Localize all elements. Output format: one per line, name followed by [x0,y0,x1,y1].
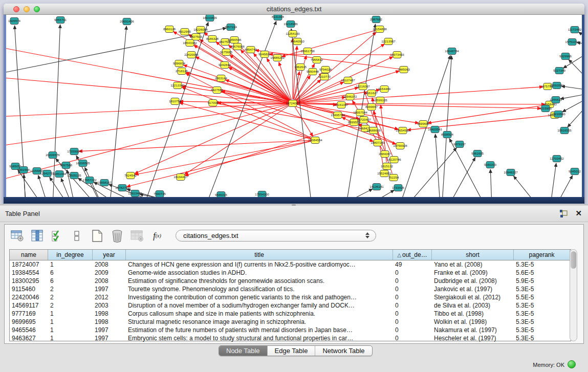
paper-node[interactable]: 10916555 [557,127,572,134]
tab-node-table[interactable]: Node Table [219,346,268,356]
paper-node[interactable]: 11254193 [286,31,300,37]
paper-node[interactable]: 9154469 [378,86,391,93]
paper-node[interactable]: 19218986 [284,21,298,28]
paper-node[interactable]: 8215955 [539,105,552,112]
paper-node[interactable]: 9227349 [553,68,566,74]
paper-node[interactable]: 8186328 [206,36,219,42]
paper-node[interactable]: 2087682 [370,16,383,23]
table-selector-dropdown[interactable]: citations_edges.txt [176,230,376,242]
table-scrollbar-thumb[interactable] [571,251,576,269]
paper-node[interactable]: 8131304 [272,15,285,20]
citation-edge[interactable] [514,176,549,197]
column-header-short[interactable]: short [432,250,514,260]
paper-node[interactable]: 10946227 [504,169,518,176]
table-row[interactable]: 2242004622012Investigating the contribut… [10,293,571,301]
column-header-out_degree[interactable]: △out_de… [393,250,432,260]
paper-node[interactable]: 9097588 [60,162,73,169]
paper-node[interactable]: 9361605 [471,150,484,157]
network-window[interactable]: citations_edges.txt 18724007896012889129… [4,4,584,204]
table-row[interactable]: 1938455462009Genome-wide association stu… [10,269,571,277]
paper-node[interactable]: 8938924 [441,132,454,138]
paper-node[interactable]: 16961758 [300,48,315,55]
paper-node[interactable]: 9699695 [417,121,430,127]
paper-node[interactable]: 2684067 [379,151,391,158]
paper-node[interactable]: 9210773 [318,74,331,80]
paper-node[interactable]: 1615132 [381,163,394,170]
paper-node[interactable]: 9160203 [484,162,497,168]
paper-node[interactable]: 9245012 [569,168,581,175]
citation-edge[interactable] [297,87,543,103]
citation-edge[interactable] [560,92,582,99]
citation-edge[interactable] [225,80,396,144]
paper-node[interactable]: 6879197 [453,141,466,148]
delete-table-icon[interactable] [110,228,125,244]
float-panel-icon[interactable] [559,209,568,218]
paper-node[interactable]: 9055741 [54,17,67,24]
table-row[interactable]: 1872400712008Changes of HCN gene express… [10,260,571,269]
citation-edge[interactable] [194,46,289,101]
column-header-year[interactable]: year [93,250,126,260]
paper-node[interactable]: 15885209 [270,55,285,61]
paper-node[interactable]: 8912955 [179,29,191,35]
paper-node[interactable]: 16033809 [203,15,217,21]
citation-edge[interactable] [490,169,492,197]
citation-edge[interactable] [561,86,582,92]
table-row[interactable]: 911546021997Tourette syndrome. Phenomeno… [10,285,571,293]
tab-edge-table[interactable]: Edge Table [268,346,316,356]
paper-node[interactable]: 2803144 [215,75,228,82]
paper-node[interactable]: 16403543 [428,126,442,133]
paper-node[interactable]: 20206576 [46,152,60,159]
network-window-titlebar[interactable]: citations_edges.txt [4,4,584,15]
citation-edge[interactable] [395,148,456,197]
citation-edge[interactable] [435,134,441,197]
paper-node[interactable]: 9391594 [17,167,30,173]
paper-node[interactable]: 16648784 [445,48,459,55]
citation-edge[interactable] [38,176,52,197]
citation-edge[interactable] [344,190,394,197]
paper-node[interactable]: 7624542 [124,172,137,179]
paper-node[interactable]: 19384554 [308,137,322,144]
close-panel-icon[interactable]: ✕ [575,209,582,218]
paper-node[interactable]: 19756928 [393,143,407,149]
paper-node[interactable]: 7485063 [398,67,410,73]
citation-edge[interactable] [127,141,311,187]
paper-node[interactable]: 8099657 [365,104,378,111]
citation-edge[interactable] [562,92,582,112]
column-header-name[interactable]: name [10,250,48,260]
paper-node[interactable]: 10688609 [366,127,381,134]
table-row[interactable]: 977716911998Corpus callosum shape and si… [10,310,571,318]
paper-node[interactable]: 1244413 [550,97,562,103]
paper-node[interactable]: 8454743 [245,47,257,53]
new-table-icon[interactable] [90,228,105,244]
paper-node[interactable]: 12505135 [67,172,81,179]
paper-node[interactable]: 16543382 [183,40,197,47]
paper-node[interactable]: 17554300 [255,191,269,198]
citation-edge[interactable] [295,107,313,136]
function-builder-icon[interactable]: f(x) [149,228,165,244]
citation-edge[interactable] [185,121,360,176]
paper-node[interactable]: 9794028 [319,67,332,73]
paper-node[interactable]: 9990448 [307,69,319,75]
paper-node[interactable]: 7955812 [311,57,323,63]
show-all-columns-icon[interactable] [50,228,65,244]
citation-edge[interactable] [313,189,373,197]
paper-node[interactable]: 15751074 [565,39,579,46]
paper-node[interactable]: 9175685 [220,49,233,56]
citation-edge[interactable] [24,174,27,197]
citation-edge[interactable] [182,86,289,102]
paper-node[interactable]: 8960128 [163,26,176,33]
paper-node[interactable]: 1733426 [392,185,405,191]
citation-edge[interactable] [185,105,290,174]
table-row[interactable]: 1830029562008Estimation of significance … [10,277,571,285]
paper-node[interactable]: 7857224 [225,24,237,31]
table-row[interactable]: 946362711997Embryonic stem cells: a mode… [10,334,571,342]
paper-node[interactable]: 13216097 [356,83,370,90]
table-row[interactable]: 969969511998Structural magnetic resonanc… [10,318,571,326]
paper-node[interactable]: 1605574 [8,18,21,25]
paper-node[interactable]: 9329966 [559,53,572,60]
paper-node[interactable]: 9146821 [258,51,271,58]
table-row[interactable]: 946554611997Estimation of the future num… [10,326,571,334]
citation-network-graph[interactable]: 1872400789601288912955182260589827503165… [6,15,582,197]
paper-node[interactable]: 20691406 [120,18,134,25]
paper-node[interactable]: 7590735 [154,191,166,198]
